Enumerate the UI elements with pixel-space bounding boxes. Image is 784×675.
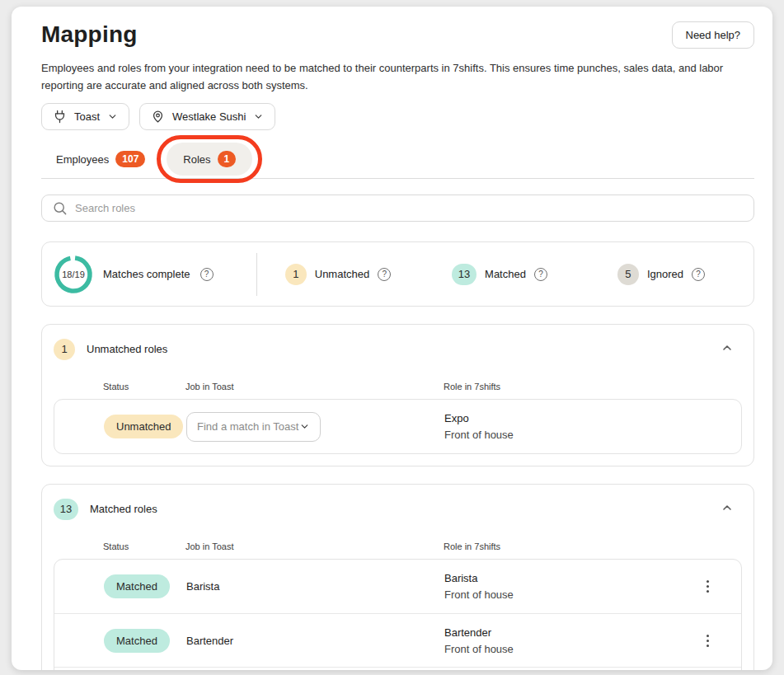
integration-dropdown-label: Toast [74, 110, 100, 123]
tab-employees[interactable]: Employees 107 [56, 151, 145, 167]
status-badge: Unmatched [104, 415, 183, 438]
chevron-down-icon [299, 421, 310, 432]
table-row: Unmatched Find a match in Toast Expo Fro… [54, 400, 741, 453]
chevron-down-icon [107, 111, 118, 122]
location-dropdown-label: Westlake Sushi [172, 110, 246, 123]
stat-matched: 13 Matched ? [419, 264, 580, 285]
unmatched-column-headers: Status Job in Toast Role in 7shifts [54, 382, 742, 391]
search-icon [52, 200, 68, 219]
unmatched-roles-header: 1 Unmatched roles [54, 338, 742, 360]
job-name: Bartender [186, 635, 444, 647]
location-pin-icon [151, 110, 165, 124]
unmatched-section-title: Unmatched roles [87, 343, 167, 355]
matched-column-headers: Status Job in Toast Role in 7shifts [54, 541, 742, 551]
status-badge: Matched [104, 629, 170, 653]
chevron-up-icon [721, 341, 734, 354]
job-name: Barista [186, 580, 444, 593]
location-dropdown[interactable]: Westlake Sushi [139, 103, 275, 130]
unmatched-roles-section: 1 Unmatched roles Status Job in Toast Ro… [41, 324, 754, 466]
column-header-role: Role in 7shifts [444, 382, 702, 391]
matched-collapse-button[interactable] [712, 498, 742, 520]
table-row: Matched Barista Barista Front of house [54, 560, 741, 613]
table-row-clipped [54, 667, 741, 670]
match-summary-card: 18/19 Matches complete ? 1 Unmatched ? 1… [41, 241, 754, 307]
unmatched-label: Unmatched [315, 268, 369, 280]
matched-roles-header: 13 Matched roles [54, 498, 742, 520]
page-header: Mapping Need help? [41, 21, 754, 49]
chevron-up-icon [721, 501, 734, 514]
matches-complete-group: 18/19 Matches complete ? [54, 255, 256, 294]
row-menu-button[interactable] [702, 575, 714, 598]
column-header-role: Role in 7shifts [444, 541, 702, 551]
page-title: Mapping [41, 21, 138, 48]
matched-help-icon[interactable]: ? [534, 268, 547, 281]
column-header-status: Status [103, 541, 185, 551]
stat-ignored: 5 Ignored ? [580, 264, 742, 285]
ignored-count-badge: 5 [617, 264, 639, 285]
role-name: Bartender [444, 626, 702, 639]
tab-employees-label: Employees [56, 153, 109, 166]
role-department: Front of house [444, 429, 702, 441]
matched-section-title: Matched roles [90, 503, 157, 515]
matched-section-count-badge: 13 [54, 499, 78, 520]
table-row: Matched Bartender Bartender Front of hou… [54, 613, 741, 667]
matched-roles-section: 13 Matched roles Status Job in Toast Rol… [41, 484, 754, 670]
need-help-button[interactable]: Need help? [672, 21, 755, 49]
tab-employees-badge: 107 [115, 151, 145, 167]
role-name: Expo [444, 412, 702, 424]
tab-roles[interactable]: Roles 1 [167, 143, 252, 176]
unmatched-count-badge: 1 [285, 264, 307, 285]
find-match-dropdown-label: Find a match in Toast [197, 420, 298, 433]
tab-roles-badge: 1 [218, 151, 237, 167]
column-header-job: Job in Toast [185, 541, 444, 551]
mapping-page-card: Mapping Need help? Employees and roles f… [12, 7, 772, 670]
status-badge: Matched [104, 574, 170, 598]
column-header-job: Job in Toast [185, 382, 444, 391]
matches-complete-label: Matches complete [103, 268, 190, 280]
search-input[interactable] [41, 195, 754, 222]
tab-roles-label: Roles [183, 153, 210, 166]
plug-icon [53, 110, 67, 124]
ignored-help-icon[interactable]: ? [692, 268, 705, 281]
role-department: Front of house [444, 643, 702, 655]
find-match-dropdown[interactable]: Find a match in Toast [186, 412, 321, 442]
matched-label: Matched [485, 268, 526, 280]
tab-bar: Employees 107 Roles 1 [41, 140, 754, 179]
chevron-down-icon [253, 111, 264, 122]
matches-complete-help-icon[interactable]: ? [200, 268, 214, 281]
unmatched-section-count-badge: 1 [54, 339, 75, 360]
progress-ring-value: 18/19 [54, 255, 93, 294]
search-bar [41, 195, 754, 222]
page-description: Employees and roles from your integratio… [41, 59, 754, 94]
ignored-label: Ignored [647, 268, 683, 280]
unmatched-roles-table: Unmatched Find a match in Toast Expo Fro… [54, 399, 742, 454]
row-menu-button[interactable] [702, 630, 714, 652]
unmatched-help-icon[interactable]: ? [378, 268, 391, 281]
column-header-status: Status [103, 382, 185, 391]
filter-bar: Toast Westlake Sushi [41, 103, 754, 130]
role-name: Barista [444, 572, 702, 584]
progress-ring: 18/19 [54, 255, 93, 294]
integration-dropdown[interactable]: Toast [41, 103, 129, 130]
stat-unmatched: 1 Unmatched ? [257, 264, 419, 285]
unmatched-collapse-button[interactable] [712, 338, 742, 360]
matched-count-badge: 13 [452, 264, 477, 285]
matched-roles-table: Matched Barista Barista Front of house M… [54, 559, 742, 670]
role-department: Front of house [444, 588, 702, 601]
